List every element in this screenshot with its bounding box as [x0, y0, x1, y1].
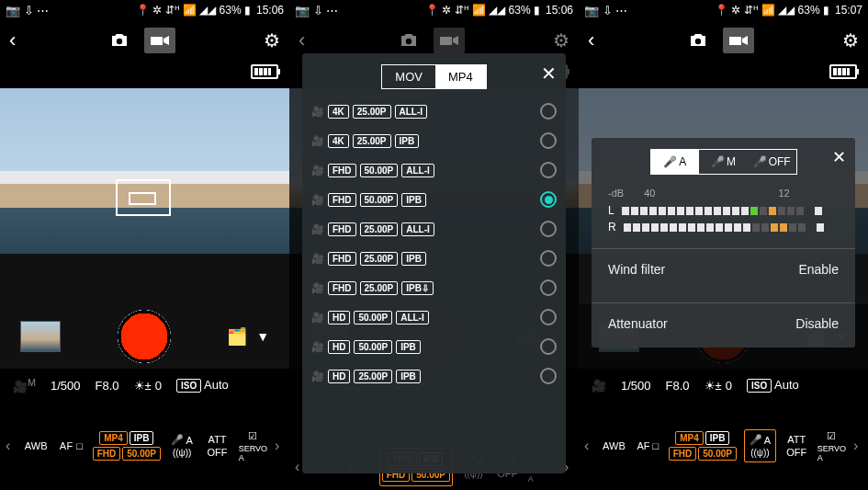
format-radio[interactable]	[540, 250, 557, 267]
format-radio[interactable]	[540, 191, 557, 208]
wind-filter-row[interactable]: Wind filter Enable	[592, 249, 855, 290]
strip-left-arrow[interactable]: ‹	[6, 438, 15, 454]
exposure-comp[interactable]: ☀±0	[705, 379, 732, 393]
attenuator-row[interactable]: Attenuator Disable	[592, 303, 855, 344]
svg-point-4	[695, 39, 701, 44]
camera-switch-group[interactable]: 🗂️ ▼	[227, 326, 269, 347]
iso-setting[interactable]: ISO Auto	[176, 378, 229, 393]
format-radio[interactable]	[540, 221, 557, 237]
servo-af-cell[interactable]: ☑ SERVO A	[239, 430, 267, 462]
format-res-pill: FHD	[328, 193, 356, 207]
audio-cell[interactable]: 🎤A ((ψ))	[168, 434, 196, 458]
format-fps-pill: 50.00P	[360, 164, 399, 177]
photo-mode-button[interactable]	[393, 28, 424, 53]
close-icon[interactable]: ✕	[541, 63, 557, 85]
format-fps-pill: 50.00P	[354, 340, 392, 354]
video-icon: 🎥	[311, 194, 324, 206]
format-codec-pill: ALL-I	[401, 222, 434, 236]
shutter-speed[interactable]: 1/500	[621, 379, 651, 393]
servo-af-cell[interactable]: ☑SERVO A	[817, 430, 846, 462]
back-icon[interactable]: ‹	[588, 28, 594, 52]
attenuator-cell[interactable]: ATTOFF	[783, 434, 810, 458]
settings-icon[interactable]: ⚙	[553, 29, 569, 51]
audio-mode-auto[interactable]: 🎤A	[651, 150, 700, 174]
format-radio[interactable]	[540, 309, 557, 325]
format-cell[interactable]: MP4IPB FHD50.00P	[93, 431, 161, 461]
format-codec-pill: ALL-I	[396, 311, 429, 325]
format-option-row[interactable]: 🎥HD50.00PIPB	[308, 332, 560, 361]
format-res-pill: 4K	[328, 105, 349, 119]
focus-frame-outer	[116, 179, 171, 216]
tab-mov[interactable]: MOV	[382, 65, 435, 88]
format-radio[interactable]	[540, 132, 557, 149]
format-cell[interactable]: MP4IPB FHD50.00P	[669, 431, 737, 461]
iso-setting[interactable]: ISO Auto	[747, 378, 799, 393]
aperture-value[interactable]: F8.0	[666, 379, 690, 393]
strip-left-arrow[interactable]: ‹	[584, 438, 593, 454]
format-option-row[interactable]: 🎥HD25.00PIPB	[308, 361, 560, 391]
back-icon[interactable]: ‹	[299, 28, 305, 52]
format-codec-pill: ALL-I	[395, 105, 428, 119]
format-option-row[interactable]: 🎥FHD25.00PIPB⇩	[308, 273, 560, 302]
strip-right-arrow[interactable]: ›	[275, 438, 284, 454]
wind-filter-icon: ((ψ))	[173, 448, 191, 458]
camera-battery-icon	[251, 64, 278, 79]
format-option-row[interactable]: 🎥HD50.00PALL-I	[308, 302, 560, 332]
video-icon: 🎥	[311, 370, 324, 382]
app-header: ‹ ⚙	[0, 20, 289, 61]
record-button[interactable]	[118, 310, 171, 363]
format-radio[interactable]	[540, 279, 557, 296]
wind-filter-label: Wind filter	[608, 262, 665, 277]
attenuator-label: Attenuator	[608, 316, 668, 331]
wb-cell[interactable]: AWB	[601, 440, 627, 451]
af-cell[interactable]: AF □	[635, 440, 661, 451]
format-option-row[interactable]: 🎥4K25.00PIPB	[308, 126, 560, 155]
format-radio[interactable]	[540, 162, 557, 178]
audio-mode-manual[interactable]: 🎤M	[699, 150, 748, 174]
shutter-speed[interactable]: 1/500	[51, 379, 81, 393]
attenuator-cell[interactable]: ATTOFF	[203, 434, 231, 458]
status-time: 15:06	[546, 4, 573, 17]
status-time: 15:07	[835, 4, 862, 17]
format-option-row[interactable]: 🎥4K25.00PALL-I	[308, 97, 560, 126]
format-option-row[interactable]: 🎥FHD50.00PALL-I	[308, 155, 560, 185]
format-radio[interactable]	[540, 338, 557, 355]
strip-right-arrow[interactable]: ›	[853, 438, 862, 454]
app-header: ‹ ⚙	[579, 20, 868, 61]
video-mode-button[interactable]	[144, 28, 175, 53]
viewfinder[interactable]	[0, 88, 289, 254]
video-mode-button[interactable]	[434, 28, 465, 53]
tab-mp4[interactable]: MP4	[435, 65, 486, 88]
photo-mode-button[interactable]	[104, 28, 135, 53]
audio-cell[interactable]: 🎤A ((ψ))	[744, 429, 776, 462]
camera-battery-row	[0, 61, 289, 88]
settings-icon[interactable]: ⚙	[264, 29, 280, 51]
format-res-pill: FHD	[328, 222, 356, 236]
exposure-comp[interactable]: ☀±0	[134, 379, 162, 393]
format-radio[interactable]	[540, 368, 557, 384]
settings-icon[interactable]: ⚙	[842, 29, 859, 51]
camera-battery-icon	[829, 64, 857, 79]
video-mode-button[interactable]	[723, 28, 754, 53]
format-fps-pill: 25.00P	[353, 134, 391, 148]
peak-indicator	[817, 223, 824, 232]
format-option-row[interactable]: 🎥FHD25.00PIPB	[308, 244, 560, 273]
close-icon[interactable]: ✕	[832, 147, 846, 167]
gallery-thumbnail[interactable]	[20, 321, 61, 352]
af-cell[interactable]: AF □	[57, 440, 85, 451]
camera-mode-indicator: 🎥M	[13, 377, 36, 393]
format-res-pill: FHD	[328, 281, 356, 295]
format-res-pill: HD	[328, 340, 350, 354]
phone-panel-1: 📷 ⇩ ⋯ 📍 ✲ ⇵ᴴ 📶 ◢◢ 63% ▮ 15:06 ‹ ⚙	[0, 0, 289, 490]
attenuator-value: Disable	[795, 316, 839, 331]
photo-mode-button[interactable]	[682, 28, 714, 53]
back-icon[interactable]: ‹	[9, 28, 16, 52]
format-codec-pill: IPB	[395, 134, 420, 148]
aperture-value[interactable]: F8.0	[96, 379, 119, 393]
format-option-row[interactable]: 🎥FHD50.00PIPB	[308, 185, 560, 214]
format-radio[interactable]	[540, 103, 557, 120]
audio-mode-off[interactable]: 🎤OFF	[748, 150, 796, 174]
format-option-row[interactable]: 🎥FHD25.00PALL-I	[308, 214, 560, 244]
wb-cell[interactable]: AWB	[22, 440, 50, 451]
format-codec-pill: IPB	[401, 252, 426, 266]
